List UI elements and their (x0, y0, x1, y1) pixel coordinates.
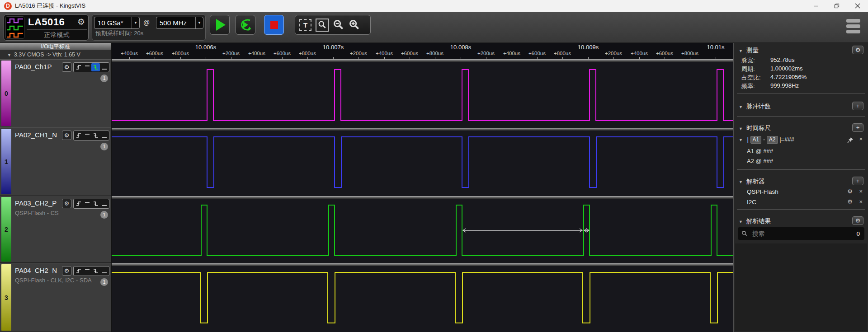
marker-a1-position: A1 @ ### (747, 148, 773, 154)
sample-rate-select[interactable]: 500 MHz ▼ (156, 17, 203, 29)
decoder-settings-gear-icon[interactable]: ⚙ (847, 198, 853, 205)
results-settings-button[interactable]: ⚙ (852, 216, 863, 225)
trigger-rising-edge-button[interactable] (74, 131, 83, 140)
measure-label: 周期: (741, 65, 755, 73)
io-standard-header: I/O电平标准 (0, 43, 111, 50)
trigger-falling-edge-button[interactable] (91, 63, 100, 71)
device-name: LA5016 (28, 16, 65, 28)
dropdown-arrow-icon[interactable]: ▼ (132, 17, 139, 28)
trigger-falling-edge-button[interactable] (91, 131, 100, 140)
collapse-triangle-icon[interactable]: ▼ (739, 220, 743, 224)
loop-play-icon (237, 17, 254, 33)
results-count: 0 (856, 230, 864, 237)
remove-marker-button[interactable]: × (859, 136, 863, 142)
add-pulse-counter-button[interactable]: + (852, 102, 863, 110)
device-mode-label: 正常模式 (27, 29, 87, 39)
section-pulse-count: ▼脉冲计数 (739, 103, 771, 111)
restore-icon (834, 3, 840, 9)
collapse-triangle-icon[interactable]: ▼ (739, 138, 743, 142)
decoder-remove-button[interactable]: × (859, 188, 863, 195)
add-time-marker-button[interactable]: + (852, 123, 863, 132)
minimize-button[interactable] (806, 0, 826, 12)
trigger-falling-edge-button[interactable] (91, 200, 100, 208)
add-decoder-button[interactable]: + (852, 177, 863, 185)
decoder-remove-button[interactable]: × (859, 198, 863, 205)
start-capture-button[interactable] (210, 15, 230, 35)
channel-settings-gear-icon[interactable]: ⚙ (62, 266, 71, 276)
waveform-area[interactable]: 10.006s10.007s10.008s10.009s10.01s+400us… (112, 43, 733, 332)
trigger-high-level-button[interactable] (83, 267, 91, 275)
close-button[interactable] (847, 0, 868, 12)
channel-label: PA00_Ch1P (15, 63, 52, 70)
collapse-triangle-icon[interactable]: ▼ (739, 126, 743, 131)
io-standard-selector[interactable]: ▼3.3V CMOS -> Vth: 1.65 V (0, 50, 111, 59)
trigger-rising-edge-button[interactable] (74, 63, 83, 71)
trigger-rising-edge-button[interactable] (74, 200, 83, 208)
waveform-trace (112, 272, 733, 323)
pin-icon[interactable] (847, 137, 854, 143)
channel-number: 3 (1, 294, 11, 301)
section-time-markers: ▼时间标尺 (739, 124, 771, 132)
trigger-low-level-button[interactable] (100, 267, 108, 275)
text-annotation-button[interactable]: T (299, 19, 311, 31)
trigger-high-level-button[interactable] (83, 200, 91, 208)
channel-trigger-count-badge[interactable]: 1 (100, 143, 108, 150)
restore-button[interactable] (826, 0, 847, 12)
channel-block: 3 PA04_CH2_N ⚙ QSPI-Flash - CLK, I2C - S… (0, 263, 111, 332)
marker-pair-expression: ▼ | A1 - A2 |=### (739, 136, 794, 144)
section-decode-results: ▼解析结果 (739, 217, 771, 225)
decoder-item[interactable]: I2C (747, 199, 756, 206)
sample-depth-select[interactable]: 10 GSa* ▼ (94, 17, 140, 29)
section-decoders: ▼解析器 (739, 178, 764, 186)
trigger-high-level-button[interactable] (83, 131, 91, 140)
search-input[interactable] (751, 230, 856, 238)
marker-a1-chip[interactable]: A1 (750, 136, 762, 144)
trigger-rising-edge-button[interactable] (74, 267, 83, 275)
stop-capture-button[interactable] (264, 15, 284, 35)
decoder-item[interactable]: QSPI-Flash (747, 188, 778, 195)
section-title: 脉冲计数 (746, 103, 771, 110)
hamburger-icon (846, 30, 860, 33)
trigger-buttons-group (73, 199, 109, 209)
trigger-low-level-button[interactable] (100, 63, 108, 71)
zoom-region-button[interactable] (316, 19, 329, 32)
channel-sublabel: QSPI-Flash - CS (15, 210, 59, 216)
results-search-box: 0 (738, 227, 864, 240)
at-separator: @ (143, 19, 150, 26)
hamburger-icon (846, 24, 860, 28)
section-title: 时间标尺 (746, 125, 771, 131)
zoom-out-button[interactable] (333, 19, 344, 31)
marker-a2-chip[interactable]: A2 (767, 136, 778, 144)
channel-settings-gear-icon[interactable]: ⚙ (62, 199, 71, 208)
section-title: 解析器 (746, 178, 765, 185)
trigger-high-level-button[interactable] (83, 63, 91, 71)
waveform-canvas[interactable] (112, 43, 733, 332)
collapse-triangle-icon[interactable]: ▼ (739, 180, 743, 184)
channel-settings-gear-icon[interactable]: ⚙ (62, 62, 71, 72)
dropdown-arrow-icon[interactable]: ▼ (195, 17, 203, 28)
zoom-in-button[interactable] (349, 19, 360, 31)
window-title: LA5016 已连接 - KingstVIS (15, 2, 85, 10)
measure-settings-button[interactable]: ⚙ (852, 46, 863, 54)
app-logo-icon: D (4, 2, 12, 10)
channel-trigger-count-badge[interactable]: 1 (100, 278, 108, 286)
menu-button[interactable] (846, 19, 860, 35)
collapse-triangle-icon[interactable]: ▼ (739, 105, 743, 109)
collapse-triangle-icon[interactable]: ▼ (7, 53, 11, 57)
channel-trigger-count-badge[interactable]: 1 (100, 75, 108, 82)
io-standard-value: 3.3V CMOS -> Vth: 1.65 V (14, 51, 80, 58)
results-list-area[interactable] (735, 243, 867, 331)
repeat-capture-button[interactable] (236, 15, 255, 35)
collapse-triangle-icon[interactable]: ▼ (739, 49, 743, 53)
decoder-settings-gear-icon[interactable]: ⚙ (847, 188, 853, 195)
trigger-low-level-button[interactable] (100, 131, 108, 140)
waveform-trace (112, 205, 733, 256)
device-settings-gear-icon[interactable]: ⚙ (77, 17, 85, 27)
sample-rate-value: 500 MHz (156, 19, 190, 27)
trigger-low-level-button[interactable] (100, 200, 108, 208)
channel-color-bar: 3 (1, 264, 11, 331)
channel-settings-gear-icon[interactable]: ⚙ (62, 131, 71, 140)
trigger-falling-edge-button[interactable] (91, 267, 100, 275)
channel-trigger-count-badge[interactable]: 1 (100, 211, 108, 219)
measure-label: 频率: (741, 82, 755, 90)
